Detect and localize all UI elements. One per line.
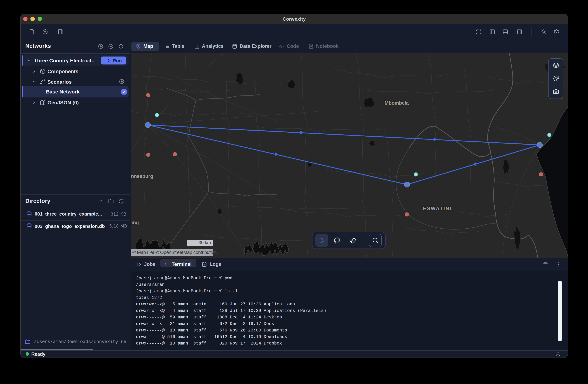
- svg-text:Mbombela: Mbombela: [384, 100, 409, 106]
- svg-text:Vereeniging: Vereeniging: [130, 220, 139, 225]
- svg-text:Johannesburg: Johannesburg: [130, 174, 153, 179]
- svg-text:ESWATINI: ESWATINI: [423, 206, 452, 211]
